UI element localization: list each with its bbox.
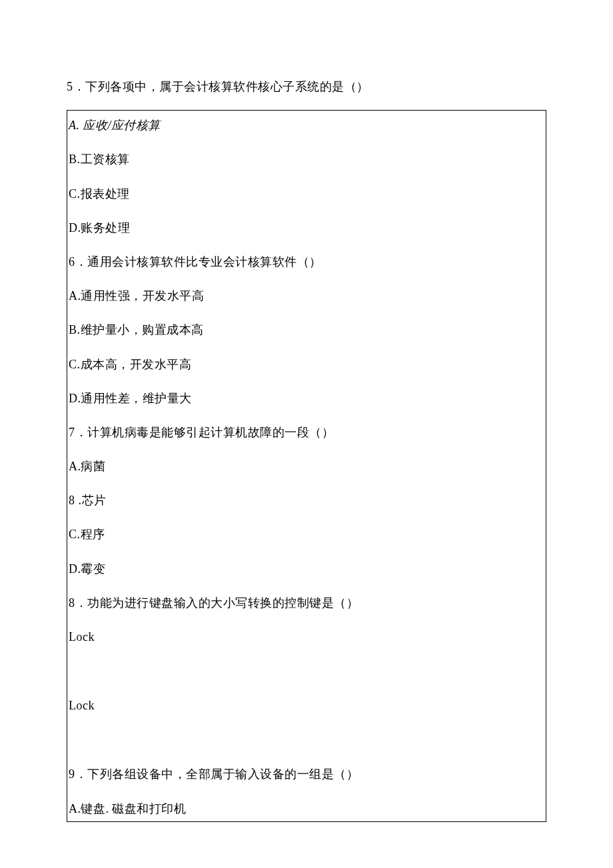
question-6-stem: 6．通用会计核算软件比专业会计核算软件（） <box>67 254 546 270</box>
question-5-option-d: D.账务处理 <box>67 220 546 236</box>
question-6-option-d: D.通用性差，维护量大 <box>67 390 546 407</box>
blank-gap <box>67 731 546 766</box>
question-9-stem: 9．下列各组设备中，全部属于输入设备的一组是（） <box>67 766 546 783</box>
question-6-option-b: B.维护量小，购置成本高 <box>67 322 546 338</box>
question-9-option-a: A.键盘. 磁盘和打印机 <box>67 801 546 817</box>
question-5-option-c: C.报表处理 <box>67 186 546 203</box>
question-7-option-a: A.病菌 <box>67 458 546 475</box>
question-box: A. 应收/应付核算 B.工资核算 C.报表处理 D.账务处理 6．通用会计核算… <box>67 110 546 822</box>
question-5-option-b: B.工资核算 <box>67 151 546 168</box>
question-5-stem: 5．下列各项中，属于会计核算软件核心子系统的是（） <box>67 79 546 95</box>
question-8-stem: 8．功能为进行键盘输入的大小写转换的控制键是（） <box>67 595 546 612</box>
option-a-italic: A. 应收/应付核算 <box>69 119 161 132</box>
document-page: 5．下列各项中，属于会计核算软件核心子系统的是（） A. 应收/应付核算 B.工… <box>0 0 613 868</box>
question-8-option-b: Lock <box>67 697 546 714</box>
question-7-option-d: D.霉变 <box>67 561 546 578</box>
blank-gap <box>67 663 546 697</box>
question-7-option-b: 8 .芯片 <box>67 492 546 509</box>
question-8-option-a: Lock <box>67 629 546 646</box>
question-7-option-c: C.程序 <box>67 526 546 543</box>
question-6-option-c: C.成本高，开发水平高 <box>67 356 546 373</box>
question-6-option-a: A.通用性强，开发水平高 <box>67 288 546 304</box>
question-5-option-a: A. 应收/应付核算 <box>67 117 546 134</box>
question-7-stem: 7．计算机病毒是能够引起计算机故障的一段（） <box>67 424 546 441</box>
